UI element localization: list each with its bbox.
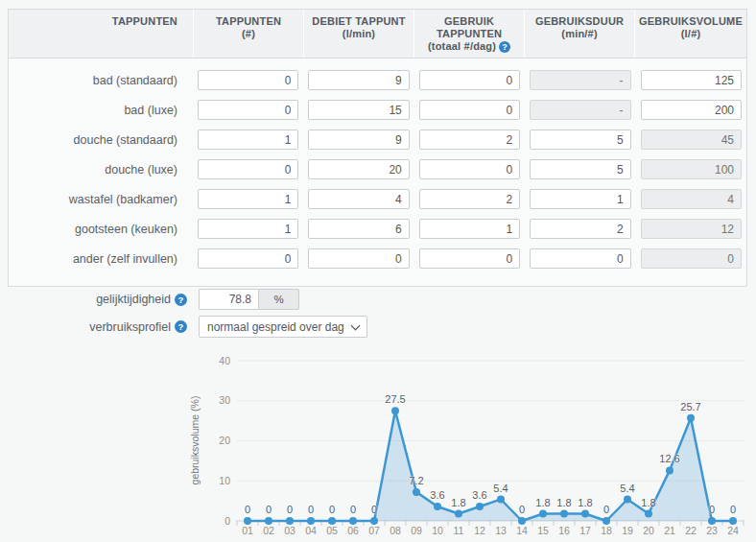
data-label: 1.8 [641, 497, 655, 508]
chart-point [602, 517, 610, 525]
input-douche-standaard-debiet[interactable] [308, 130, 409, 150]
chart-point [666, 466, 673, 474]
input-douche-luxe-gebruiksvolume [641, 159, 742, 179]
chart-point [645, 510, 652, 518]
help-icon[interactable] [175, 294, 187, 306]
table-row: bad (standaard) [9, 65, 746, 95]
area-fill [248, 411, 733, 521]
input-douche-standaard-aantal[interactable] [198, 130, 298, 150]
input-douche-standaard-gebruik[interactable] [419, 130, 520, 150]
input-wastafel-badkamer-gebruik[interactable] [419, 189, 520, 209]
input-wastafel-badkamer-debiet[interactable] [308, 189, 409, 209]
chart-point [581, 510, 589, 518]
x-tick-label: 22 [685, 525, 697, 536]
input-bad-luxe-debiet[interactable] [308, 100, 409, 120]
chart-point [307, 517, 315, 525]
chart-point [624, 496, 631, 504]
data-label: 1.8 [535, 497, 550, 508]
row-label-ander-zelf-invullen: ander (zelf invullen) [9, 252, 193, 266]
input-gootsteen-keuken-gebruiksduur[interactable] [530, 219, 630, 239]
data-label: 0 [709, 504, 715, 515]
input-bad-standaard-gebruiksvolume[interactable] [641, 70, 742, 90]
row-label-bad-standaard: bad (standaard) [9, 74, 193, 87]
gelijktijdigheid-input[interactable] [199, 289, 258, 310]
input-gootsteen-keuken-aantal[interactable] [198, 219, 298, 239]
header-label: GEBRUIK TAPPUNTEN [437, 15, 502, 39]
input-ander-zelf-invullen-gebruik[interactable] [419, 248, 520, 269]
row-label-wastafel-badkamer: wastafel (badkamer) [9, 193, 193, 206]
data-label: 0 [287, 504, 293, 515]
x-tick-label: 05 [326, 525, 338, 536]
y-tick-label: 40 [219, 355, 230, 366]
x-tick-label: 04 [305, 525, 317, 536]
input-ander-zelf-invullen-gebruiksduur[interactable] [530, 248, 630, 269]
input-douche-luxe-gebruik[interactable] [419, 159, 520, 179]
input-douche-standaard-gebruiksduur[interactable] [530, 130, 630, 150]
help-icon[interactable] [499, 41, 510, 53]
chart-point [286, 517, 294, 525]
input-ander-zelf-invullen-gebruiksvolume [641, 248, 742, 269]
col-header-gebruiksduur: GEBRUIKSDUUR (min/#) [524, 10, 634, 58]
data-label: 1.8 [451, 497, 465, 508]
data-label: 1.8 [578, 497, 592, 508]
table-row: gootsteen (keuken) [9, 214, 746, 244]
data-label: 0 [603, 504, 609, 515]
x-tick-label: 06 [347, 525, 359, 536]
input-douche-luxe-debiet[interactable] [308, 159, 409, 179]
input-bad-standaard-debiet[interactable] [308, 70, 409, 90]
input-ander-zelf-invullen-debiet[interactable] [308, 248, 409, 269]
data-label: 0 [519, 504, 525, 515]
col-header-tappunten: TAPPUNTEN [9, 10, 193, 58]
table-row: bad (luxe) [9, 95, 746, 125]
chart-point [265, 517, 272, 525]
input-douche-standaard-gebruiksvolume [641, 130, 742, 150]
input-bad-luxe-gebruik[interactable] [419, 100, 520, 120]
header-label: GEBRUIKSDUUR [535, 15, 624, 27]
header-label: TAPPUNTEN [216, 15, 281, 27]
x-tick-label: 13 [495, 525, 507, 536]
x-tick-label: 01 [242, 525, 253, 536]
input-douche-luxe-gebruiksduur[interactable] [530, 159, 630, 179]
verbruiksprofiel-select[interactable]: normaal gespreid over dag [199, 316, 367, 338]
verbruiksprofiel-row: verbruiksprofiel normaal gespreid over d… [0, 316, 367, 338]
input-douche-luxe-aantal[interactable] [198, 159, 298, 179]
input-bad-standaard-gebruiksduur [530, 70, 630, 90]
header-label: TAPPUNTEN [112, 15, 177, 27]
water-usage-calculator: { "colors": { "accent_blue": "#3d97d3", … [0, 0, 756, 542]
data-label: 3.6 [472, 489, 486, 501]
input-bad-luxe-gebruiksvolume[interactable] [641, 100, 742, 120]
tappunten-table: TAPPUNTEN TAPPUNTEN (#) DEBIET TAPPUNT (… [8, 9, 747, 287]
input-wastafel-badkamer-gebruiksduur[interactable] [530, 189, 630, 209]
input-gootsteen-keuken-gebruik[interactable] [419, 219, 520, 239]
gelijktijdigheid-label: gelijktijdigheid [0, 293, 171, 306]
input-bad-luxe-aantal[interactable] [198, 100, 298, 120]
x-tick-label: 20 [643, 525, 654, 536]
x-tick-label: 19 [622, 525, 633, 536]
x-tick-label: 02 [263, 525, 274, 536]
input-bad-standaard-gebruik[interactable] [419, 70, 520, 90]
chart-point [349, 517, 357, 525]
input-gootsteen-keuken-debiet[interactable] [308, 219, 409, 239]
x-tick-label: 17 [579, 525, 591, 536]
x-tick-label: 16 [558, 525, 570, 536]
x-tick-label: 09 [411, 525, 422, 536]
usage-profile-chart: 0102030400102030405060708091011121314151… [0, 344, 756, 542]
col-header-tappunten-aantal: TAPPUNTEN (#) [193, 10, 303, 58]
help-icon[interactable] [175, 320, 187, 333]
chart-point [729, 517, 737, 525]
chart-point [244, 517, 251, 525]
input-bad-standaard-aantal[interactable] [198, 70, 298, 90]
x-tick-label: 12 [474, 525, 485, 536]
chart-point [687, 414, 695, 422]
x-tick-label: 10 [432, 525, 443, 536]
chart-point [391, 407, 399, 414]
x-tick-label: 21 [664, 525, 675, 536]
table-row: douche (standaard) [9, 125, 746, 154]
input-wastafel-badkamer-aantal[interactable] [198, 189, 298, 209]
x-tick-label: 08 [390, 525, 401, 536]
x-tick-label: 03 [284, 525, 295, 536]
input-ander-zelf-invullen-aantal[interactable] [198, 248, 298, 269]
row-label-douche-luxe: douche (luxe) [9, 163, 193, 177]
x-tick-label: 15 [537, 525, 549, 536]
chart-point [434, 503, 441, 510]
